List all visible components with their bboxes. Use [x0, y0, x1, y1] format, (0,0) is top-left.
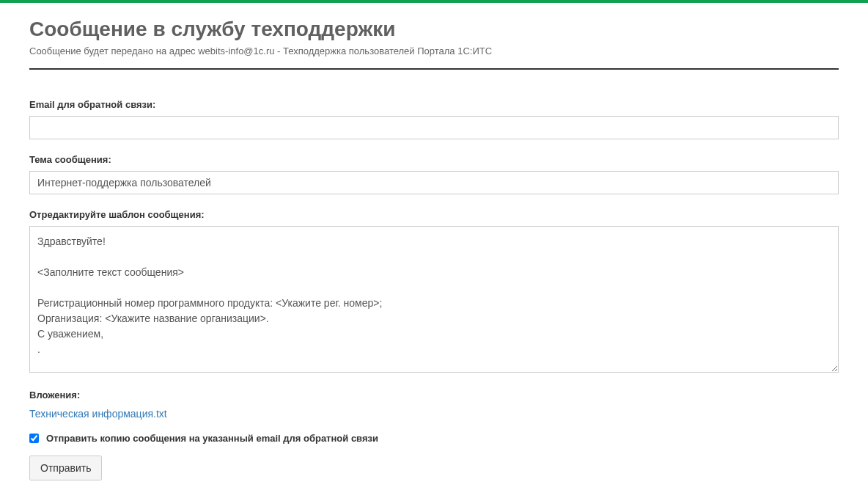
copy-checkbox[interactable]: [29, 434, 39, 443]
email-label: Email для обратной связи:: [29, 99, 839, 110]
attachments-group: Вложения: Техническая информация.txt: [29, 390, 839, 420]
message-textarea[interactable]: [29, 226, 839, 373]
email-group: Email для обратной связи:: [29, 99, 839, 139]
page-subtitle: Сообщение будет передано на адрес webits…: [29, 45, 839, 56]
submit-button[interactable]: Отправить: [29, 456, 102, 480]
header-divider: [29, 68, 839, 70]
page-title: Сообщение в службу техподдержки: [29, 18, 839, 41]
message-group: Отредактируйте шаблон сообщения:: [29, 209, 839, 375]
copy-checkbox-label: Отправить копию сообщения на указанный e…: [46, 433, 378, 444]
subject-input[interactable]: [29, 171, 839, 194]
form-container: Сообщение в службу техподдержки Сообщени…: [0, 3, 868, 490]
subject-label: Тема сообщения:: [29, 154, 839, 165]
subject-group: Тема сообщения:: [29, 154, 839, 194]
email-input[interactable]: [29, 116, 839, 139]
attachment-link[interactable]: Техническая информация.txt: [29, 408, 167, 420]
message-label: Отредактируйте шаблон сообщения:: [29, 209, 839, 220]
attachments-label: Вложения:: [29, 390, 839, 401]
copy-checkbox-row: Отправить копию сообщения на указанный e…: [29, 433, 839, 444]
